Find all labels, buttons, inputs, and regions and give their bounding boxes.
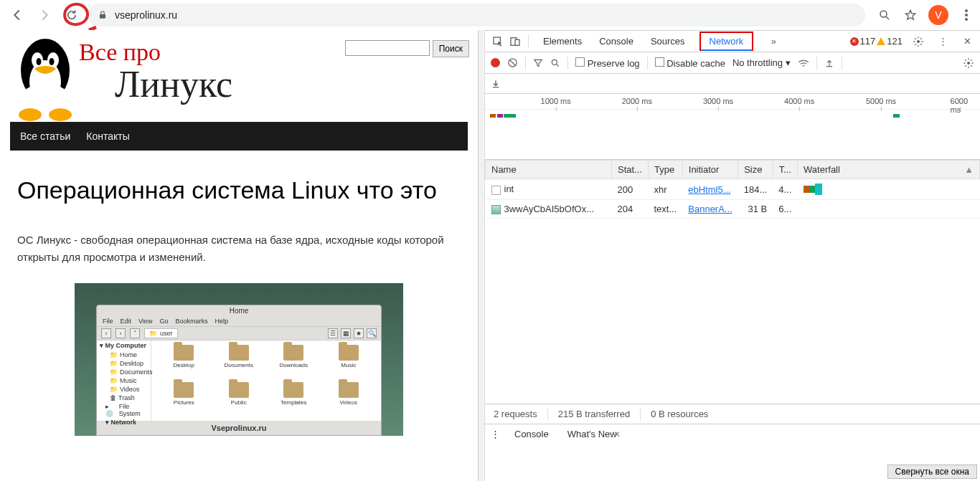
timeline-bar — [490, 114, 496, 118]
tab-console[interactable]: Console — [596, 32, 636, 51]
tux-logo — [13, 36, 77, 122]
device-toggle-icon[interactable] — [507, 33, 524, 50]
network-settings-icon[interactable] — [963, 57, 974, 69]
lock-icon — [98, 10, 108, 20]
network-row[interactable]: 3wwAyCbAI5bOfOx... 204 text... BannerA..… — [486, 200, 980, 219]
fm-toolbar: ‹ › ˄ 📁 user ☰ ▦ ★ 🔍 — [97, 326, 381, 340]
site-search: Поиск — [345, 40, 469, 57]
record-button[interactable] — [491, 58, 500, 67]
timeline-bar — [504, 114, 516, 118]
wifi-icon[interactable] — [798, 58, 809, 68]
search-icon[interactable] — [550, 58, 560, 68]
fm-breadcrumb: 📁 user — [144, 328, 178, 338]
network-status-bar: 2 requests 215 B transferred 0 B resourc… — [485, 404, 980, 424]
svg-point-3 — [965, 14, 968, 16]
col-type[interactable]: Type — [648, 161, 682, 179]
devtools-settings-icon[interactable] — [910, 33, 927, 50]
back-button[interactable] — [6, 4, 29, 27]
page-content: Все про Линукс Поиск Все статьи Контакты… — [0, 30, 478, 481]
svg-rect-16 — [515, 39, 519, 45]
svg-point-2 — [965, 9, 968, 12]
devtools-splitter[interactable] — [478, 30, 485, 481]
error-icon: ✕ — [850, 37, 859, 46]
network-timeline[interactable]: 1000 ms 2000 ms 3000 ms 4000 ms 5000 ms … — [485, 94, 980, 160]
timeline-bar — [497, 114, 503, 118]
fm-grid-icon: ▦ — [341, 328, 351, 338]
nav-all-articles[interactable]: Все статьи — [20, 130, 70, 142]
drawer-tab-console[interactable]: Console — [510, 426, 553, 442]
site-header: Все про Линукс Поиск — [0, 30, 478, 122]
tab-network[interactable]: Network — [699, 32, 754, 51]
search-input[interactable] — [345, 40, 430, 56]
clear-icon[interactable] — [507, 57, 518, 68]
download-icon[interactable] — [491, 79, 501, 89]
svg-point-13 — [49, 108, 72, 121]
devtools-panel: Elements Console Sources Network » ✕ 117… — [485, 30, 980, 481]
article-title: Операционная система Linux что это — [17, 172, 461, 209]
site-nav: Все статьи Контакты — [10, 122, 468, 151]
preserve-log-checkbox[interactable]: Preserve log — [575, 57, 640, 69]
fm-menu: File Edit View Go Bookmarks Help — [97, 316, 381, 326]
close-icon[interactable]: ✕ — [613, 429, 621, 439]
status-requests: 2 requests — [494, 409, 537, 419]
error-badge[interactable]: ✕ 117 121 — [850, 36, 903, 47]
nav-contacts[interactable]: Контакты — [86, 130, 129, 142]
svg-point-19 — [552, 59, 557, 65]
svg-point-11 — [50, 58, 55, 65]
tab-elements[interactable]: Elements — [540, 32, 585, 51]
browser-actions: V — [877, 5, 974, 25]
col-initiator[interactable]: Initiator — [682, 161, 738, 179]
col-time[interactable]: T... — [773, 161, 797, 179]
devtools-menu-icon[interactable]: ⋮ — [934, 33, 951, 50]
disable-cache-checkbox[interactable]: Disable cache — [655, 57, 725, 69]
network-row[interactable]: int 200 xhr ebHtml5... 184... 4... — [486, 179, 980, 200]
tabs-overflow-icon[interactable]: » — [765, 33, 782, 50]
article-screenshot: Home File Edit View Go Bookmarks Help ‹ … — [75, 283, 403, 436]
site-title-small: Все про — [79, 39, 161, 66]
svg-point-20 — [967, 62, 970, 65]
devtools-close-icon[interactable]: ✕ — [958, 33, 976, 50]
status-transferred: 215 B transferred — [558, 409, 630, 419]
article: Операционная система Linux что это ОС Ли… — [0, 151, 478, 436]
inspect-icon[interactable] — [489, 33, 507, 50]
drawer-tab-whatsnew[interactable]: What's New ✕ — [563, 426, 626, 442]
warning-icon — [877, 37, 885, 45]
fm-fwd-icon: › — [116, 328, 126, 338]
svg-rect-0 — [100, 14, 105, 19]
devtools-drawer: ⋮ Console What's New ✕ — [485, 424, 980, 444]
svg-point-12 — [19, 108, 42, 121]
reload-button[interactable] — [60, 4, 83, 27]
bookmark-star-icon[interactable] — [903, 7, 918, 23]
file-icon — [491, 186, 501, 195]
col-waterfall[interactable]: Waterfall ▲ — [798, 161, 980, 179]
fm-star-icon: ★ — [354, 328, 364, 338]
col-name[interactable]: Name — [486, 161, 612, 179]
profile-avatar[interactable]: V — [928, 5, 948, 25]
forward-button[interactable] — [33, 4, 56, 27]
timeline-bar — [893, 114, 899, 118]
svg-point-10 — [37, 58, 42, 65]
col-size[interactable]: Size — [738, 161, 773, 179]
zoom-icon[interactable] — [877, 7, 892, 23]
throttling-select[interactable]: No throttling ▾ — [732, 57, 791, 68]
drawer-menu-icon[interactable]: ⋮ — [491, 429, 500, 439]
filter-icon[interactable] — [533, 58, 543, 68]
image-icon — [491, 205, 501, 214]
fm-search-icon: 🔍 — [367, 328, 377, 338]
status-resources: 0 B resources — [651, 409, 708, 419]
fm-title: Home — [97, 305, 381, 316]
address-bar[interactable]: vseprolinux.ru — [88, 4, 865, 27]
search-button[interactable]: Поиск — [433, 40, 469, 57]
browser-menu-icon[interactable] — [958, 7, 974, 23]
article-paragraph: ОС Линукс - свободная операционная систе… — [17, 232, 461, 266]
url-text: vseprolinux.ru — [115, 9, 177, 21]
upload-icon[interactable] — [824, 58, 834, 68]
devtools-tabs-bar: Elements Console Sources Network » ✕ 117… — [485, 31, 980, 52]
minimize-all-windows-button[interactable]: Свернуть все окна — [887, 465, 977, 479]
network-toolbar: Preserve log Disable cache No throttling… — [485, 52, 980, 74]
tab-sources[interactable]: Sources — [648, 32, 688, 51]
fm-sidebar: ▾ My Computer 📁 Home 📁 Desktop 📁 Documen… — [97, 340, 151, 421]
fm-up-icon: ˄ — [130, 328, 140, 338]
network-toolbar-2 — [485, 74, 980, 94]
col-status[interactable]: Stat... — [612, 161, 649, 179]
